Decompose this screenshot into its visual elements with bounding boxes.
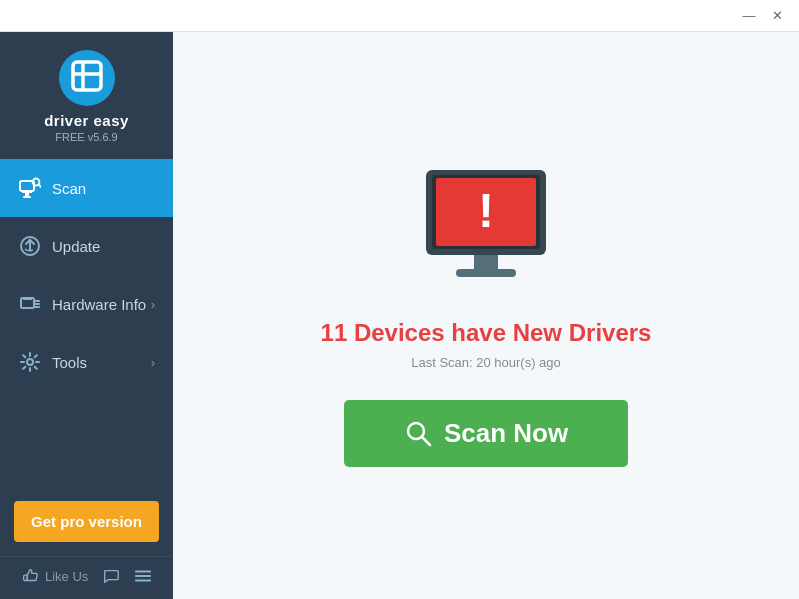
sidebar-item-scan-label: Scan — [52, 180, 155, 197]
menu-icon — [134, 567, 152, 585]
like-us-item[interactable]: Like Us — [21, 567, 88, 585]
svg-point-0 — [59, 50, 115, 106]
like-us-label: Like Us — [45, 569, 88, 584]
monitor-alert-icon: ! — [406, 165, 566, 299]
close-button[interactable]: ✕ — [763, 4, 791, 28]
sidebar-item-update[interactable]: Update — [0, 217, 173, 275]
svg-rect-7 — [23, 196, 31, 198]
thumbs-up-icon — [21, 567, 39, 585]
logo-area: driver easy FREE v5.6.9 — [0, 32, 173, 159]
main-content: ! 11 Devices have New Drivers Last Scan:… — [173, 32, 799, 599]
update-icon — [18, 234, 42, 258]
sidebar-item-update-label: Update — [52, 238, 155, 255]
svg-text:!: ! — [478, 184, 494, 237]
scan-now-button[interactable]: Scan Now — [344, 400, 628, 467]
svg-rect-27 — [456, 269, 516, 277]
tools-arrow-icon: › — [151, 355, 155, 370]
svg-line-9 — [39, 185, 42, 188]
svg-line-29 — [422, 437, 430, 445]
sidebar-bottom: Like Us — [0, 556, 173, 599]
minimize-button[interactable]: — — [735, 4, 763, 28]
scan-button-search-icon — [404, 419, 432, 447]
svg-rect-6 — [25, 193, 29, 196]
sidebar-item-scan[interactable]: Scan — [0, 159, 173, 217]
chat-item[interactable] — [102, 567, 120, 585]
get-pro-button[interactable]: Get pro version — [14, 501, 159, 542]
svg-rect-18 — [24, 575, 28, 580]
sidebar-item-tools-label: Tools — [52, 354, 151, 371]
app-body: driver easy FREE v5.6.9 Scan — [0, 32, 799, 599]
menu-item[interactable] — [134, 567, 152, 585]
svg-rect-13 — [23, 298, 32, 300]
sidebar-item-hardware-info[interactable]: Hardware Info › — [0, 275, 173, 333]
chat-icon — [102, 567, 120, 585]
hardware-info-arrow-icon: › — [151, 297, 155, 312]
sidebar-item-tools[interactable]: Tools › — [0, 333, 173, 391]
nav-items: Scan Update — [0, 159, 173, 491]
alert-title: 11 Devices have New Drivers — [321, 319, 652, 347]
logo-version: FREE v5.6.9 — [55, 131, 117, 143]
svg-rect-5 — [22, 191, 32, 193]
scan-now-label: Scan Now — [444, 418, 568, 449]
titlebar: — ✕ — [0, 0, 799, 32]
last-scan-text: Last Scan: 20 hour(s) ago — [411, 355, 561, 370]
tools-icon — [18, 350, 42, 374]
svg-point-17 — [27, 359, 33, 365]
logo-text: driver easy — [44, 112, 129, 129]
logo-icon — [59, 50, 115, 106]
hardware-info-icon — [18, 292, 42, 316]
svg-rect-26 — [474, 255, 498, 269]
sidebar: driver easy FREE v5.6.9 Scan — [0, 32, 173, 599]
scan-icon — [18, 176, 42, 200]
sidebar-item-hardware-info-label: Hardware Info — [52, 296, 151, 313]
